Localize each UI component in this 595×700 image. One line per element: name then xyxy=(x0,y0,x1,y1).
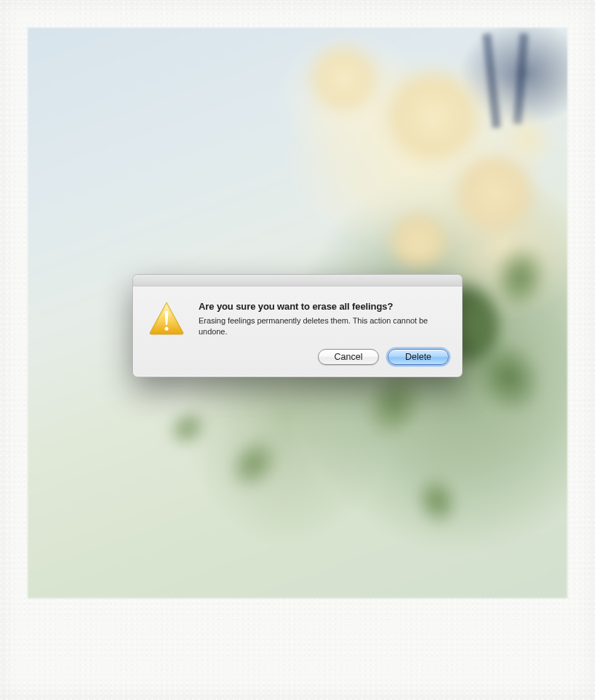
dialog-button-row: Cancel Delete xyxy=(133,343,462,377)
svg-point-0 xyxy=(164,327,168,331)
dialog-body: Are you sure you want to erase all feeli… xyxy=(133,286,462,343)
warning-icon xyxy=(148,299,185,337)
flower-blob xyxy=(502,115,553,164)
flower-blob xyxy=(389,213,447,270)
leaf-blob xyxy=(489,241,552,315)
dialog-message: Erasing feelings permanently deletes the… xyxy=(199,315,447,337)
dialog-title: Are you sure you want to erase all feeli… xyxy=(199,301,447,312)
cancel-button[interactable]: Cancel xyxy=(318,349,379,365)
flower-blob xyxy=(386,71,480,162)
flower-blob xyxy=(309,46,378,111)
dialog-text-block: Are you sure you want to erase all feeli… xyxy=(199,299,447,337)
trellis-structure xyxy=(470,33,550,128)
leaf-blob xyxy=(218,427,290,500)
leaf-blob xyxy=(159,401,216,456)
delete-button[interactable]: Delete xyxy=(388,349,449,365)
dialog-titlebar[interactable] xyxy=(133,275,462,286)
confirmation-dialog: Are you sure you want to erase all feeli… xyxy=(132,274,463,377)
leaf-blob xyxy=(409,470,465,532)
flower-blob xyxy=(455,155,535,231)
